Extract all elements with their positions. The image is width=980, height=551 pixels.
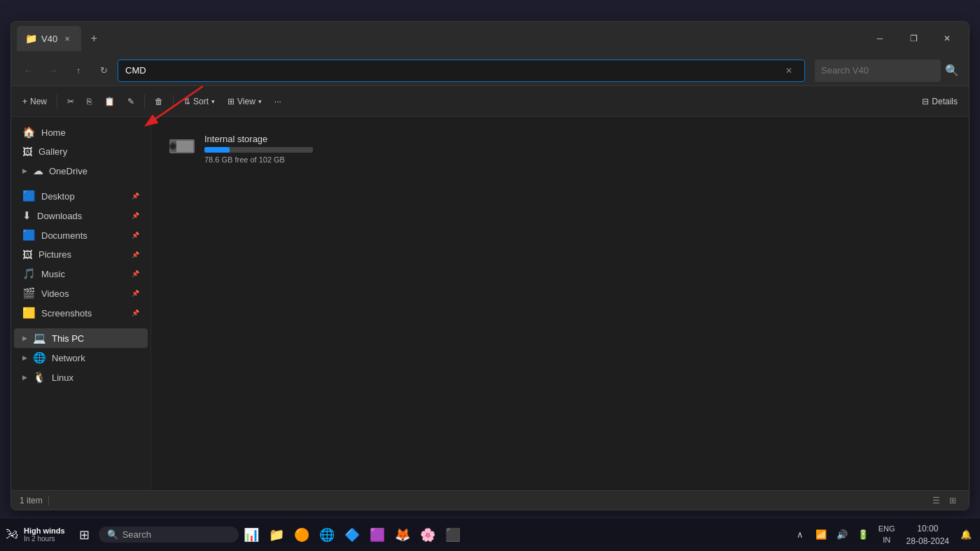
sidebar-item-music[interactable]: 🎵 Music 📌 xyxy=(14,264,148,284)
taskbar-edge-icon[interactable]: 🌐 xyxy=(314,522,340,547)
status-separator xyxy=(48,496,49,505)
gallery-icon: 🖼 xyxy=(22,146,33,158)
taskbar-orange-icon[interactable]: 🟠 xyxy=(289,522,314,547)
paste-button[interactable]: 📋 xyxy=(99,90,120,113)
tray-wifi-icon[interactable]: 📶 xyxy=(813,526,830,543)
up-button[interactable]: ↑ xyxy=(67,60,90,82)
search-input[interactable] xyxy=(815,60,941,82)
system-tray: ∧ 📶 🔊 🔋 ENGIN 10:00 28-08-2024 🔔 xyxy=(792,521,974,549)
status-bar: 1 item ☰ ⊞ xyxy=(11,490,969,510)
more-icon: ··· xyxy=(274,97,281,106)
minimize-button[interactable]: ─ xyxy=(864,27,896,50)
taskbar-search-label: Search xyxy=(122,529,151,540)
file-explorer-window: 📁 V40 ✕ + ─ ❐ ✕ ← → ↑ ↻ ✕ 🔍 xyxy=(10,21,969,510)
more-button[interactable]: ··· xyxy=(269,90,287,113)
cut-button[interactable]: ✂ xyxy=(62,90,80,113)
tray-battery-icon[interactable]: 🔋 xyxy=(855,526,872,543)
sidebar-item-screenshots[interactable]: 🟨 Screenshots 📌 xyxy=(14,303,148,323)
sidebar-label-linux: Linux xyxy=(52,372,74,383)
copy-icon: ⎘ xyxy=(87,97,92,106)
sidebar-item-downloads[interactable]: ⬇ Downloads 📌 xyxy=(14,206,148,225)
sidebar-label-gallery: Gallery xyxy=(38,146,67,157)
weather-sub: In 2 hours xyxy=(24,535,65,543)
sidebar-item-desktop[interactable]: 🟦 Desktop 📌 xyxy=(14,186,148,206)
tab-close-button[interactable]: ✕ xyxy=(62,33,73,44)
weather-widget[interactable]: 🌬 High winds In 2 hours xyxy=(6,526,65,543)
tray-volume-icon[interactable]: 🔊 xyxy=(834,526,850,543)
sidebar-item-thispc[interactable]: ▶ 💻 This PC xyxy=(14,328,148,348)
clock-time: 10:00 xyxy=(906,522,949,535)
sort-button[interactable]: ⇅ Sort ▾ xyxy=(178,90,220,113)
close-button[interactable]: ✕ xyxy=(931,27,963,50)
grid-view-button[interactable]: ⊞ xyxy=(945,493,960,508)
details-icon: ⊟ xyxy=(922,97,929,106)
downloads-icon: ⬇ xyxy=(22,209,31,222)
taskbar-search[interactable]: 🔍 Search xyxy=(99,526,239,543)
onedrive-icon: ☁ xyxy=(33,165,43,177)
linux-icon: 🐧 xyxy=(33,371,46,384)
sidebar-item-onedrive[interactable]: ▶ ☁ OneDrive xyxy=(14,161,148,181)
rename-button[interactable]: ✎ xyxy=(122,90,140,113)
taskbar-chart-icon[interactable]: 📊 xyxy=(239,522,264,547)
toolbar: + New ✂ ⎘ 📋 ✎ 🗑 ⇅ Sort xyxy=(11,86,969,117)
desktop: 📁 V40 ✕ + ─ ❐ ✕ ← → ↑ ↻ ✕ 🔍 xyxy=(0,0,980,551)
sidebar-item-documents[interactable]: 🟦 Documents 📌 xyxy=(14,225,148,245)
sidebar-label-thispc: This PC xyxy=(52,333,84,344)
network-icon: 🌐 xyxy=(33,351,46,364)
taskbar-pink-icon[interactable]: 🌸 xyxy=(415,522,440,547)
search-icon[interactable]: 🔍 xyxy=(941,60,963,82)
view-chevron-icon: ▾ xyxy=(258,98,262,105)
clock-display[interactable]: 10:00 28-08-2024 xyxy=(902,521,953,549)
explorer-tab[interactable]: 📁 V40 ✕ xyxy=(17,26,81,51)
videos-icon: 🎬 xyxy=(22,287,36,300)
weather-label: High winds xyxy=(24,526,65,535)
tray-language[interactable]: ENGIN xyxy=(876,522,898,547)
taskbar: 🌬 High winds In 2 hours ⊞ 🔍 Search 📊 📁 🟠… xyxy=(0,517,980,551)
back-button[interactable]: ← xyxy=(17,60,39,82)
desktop-icon: 🟦 xyxy=(22,190,36,202)
taskbar-firefox-icon[interactable]: 🦊 xyxy=(390,522,415,547)
view-label: View xyxy=(237,97,255,106)
sidebar-item-network[interactable]: ▶ 🌐 Network xyxy=(14,348,148,368)
home-icon: 🏠 xyxy=(22,126,36,139)
sidebar-item-home[interactable]: 🏠 Home xyxy=(14,123,148,142)
view-button[interactable]: ⊞ View ▾ xyxy=(222,90,267,113)
taskbar-files-icon[interactable]: 📁 xyxy=(264,522,289,547)
new-label: New xyxy=(30,97,47,106)
sidebar-item-gallery[interactable]: 🖼 Gallery xyxy=(14,142,148,161)
storage-drive-icon xyxy=(168,136,196,162)
new-button[interactable]: + New xyxy=(17,90,52,113)
address-clear-button[interactable]: ✕ xyxy=(785,66,792,76)
clock-date: 28-08-2024 xyxy=(906,535,949,547)
sidebar-item-pictures[interactable]: 🖼 Pictures 📌 xyxy=(14,245,148,264)
sidebar-item-videos[interactable]: 🎬 Videos 📌 xyxy=(14,284,148,303)
taskbar-purple-icon[interactable]: 🟪 xyxy=(365,522,390,547)
window-controls: ─ ❐ ✕ xyxy=(864,27,963,50)
expand-icon: ▶ xyxy=(22,167,27,174)
sidebar-label-videos: Videos xyxy=(41,288,69,299)
pin-icon-music: 📌 xyxy=(132,270,139,277)
new-icon: + xyxy=(22,97,27,106)
taskbar-terminal-icon[interactable]: ⬛ xyxy=(440,522,465,547)
storage-item[interactable]: Internal storage 78.6 GB free of 102 GB xyxy=(162,128,316,169)
sidebar-item-linux[interactable]: ▶ 🐧 Linux xyxy=(14,368,148,387)
refresh-button[interactable]: ↻ xyxy=(92,60,115,82)
taskbar-blue-icon[interactable]: 🔷 xyxy=(340,522,365,547)
pin-icon-pictures: 📌 xyxy=(132,251,139,258)
details-button[interactable]: ⊟ Details xyxy=(916,94,963,109)
address-input[interactable] xyxy=(118,60,805,82)
forward-button[interactable]: → xyxy=(42,60,64,82)
list-view-button[interactable]: ☰ xyxy=(928,493,944,508)
restore-button[interactable]: ❐ xyxy=(897,27,930,50)
start-button[interactable]: ⊞ xyxy=(71,521,99,549)
toolbar-separator-1 xyxy=(57,95,57,109)
network-expand-icon: ▶ xyxy=(22,354,27,361)
delete-button[interactable]: 🗑 xyxy=(149,90,169,113)
sidebar-label-network: Network xyxy=(52,353,85,363)
tray-notification-bell[interactable]: 🔔 xyxy=(958,526,974,543)
copy-button[interactable]: ⎘ xyxy=(81,90,97,113)
tray-chevron[interactable]: ∧ xyxy=(792,526,808,543)
sidebar-label-music: Music xyxy=(41,269,65,279)
tab-add-button[interactable]: + xyxy=(84,29,104,48)
sidebar-label-documents: Documents xyxy=(41,230,88,241)
